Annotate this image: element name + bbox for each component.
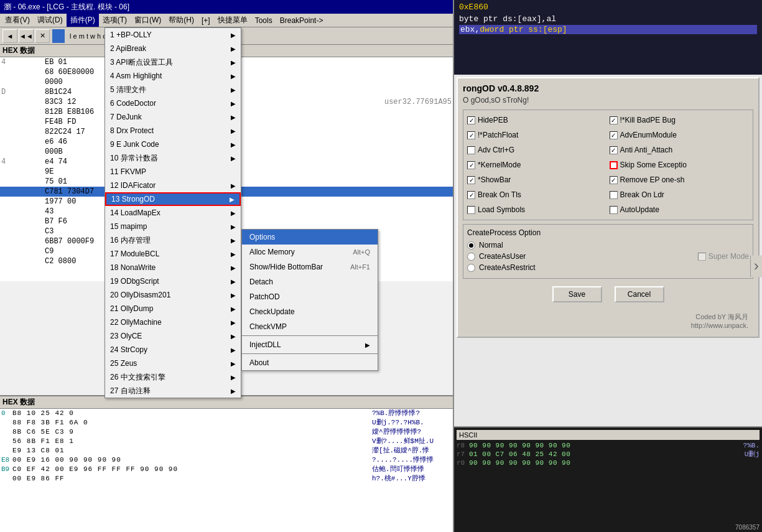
plugin-item-asm-highlight[interactable]: 4 Asm Highlight▶ (105, 69, 241, 83)
checkbox-kernelmode[interactable] (467, 161, 475, 169)
plugin-item-ollydump[interactable]: 21 OllyDump▶ (105, 302, 241, 315)
checkbox-load-symbols[interactable] (467, 206, 475, 214)
plugin-item-nonawrite[interactable]: 18 NonaWrite▶ (105, 261, 241, 274)
hex-row: E800 E9 16 00 90 90 90 90 ?....?....悸悸悸 (0, 455, 454, 465)
radio-create-user: CreateAsUser (467, 252, 526, 261)
menu-window[interactable]: 窗口(W) (131, 14, 165, 27)
plugin-item-ejunk[interactable]: 9 E Junk Code▶ (105, 138, 241, 151)
checkbox-break-tls[interactable] (467, 191, 475, 199)
menu-breakpoint[interactable]: BreakPoint-> (276, 15, 327, 26)
checkbox-advctrlg[interactable] (467, 146, 475, 154)
plugin-item-olyce[interactable]: 23 OlyCE▶ (105, 329, 241, 343)
plugin-item-mapimp[interactable]: 15 mapimp▶ (105, 220, 241, 233)
plugin-item-modulebcl[interactable]: 17 ModuleBCL▶ (105, 247, 241, 261)
checkbox-anti-attach[interactable] (610, 146, 618, 154)
br-row-1: r8 90 90 90 90 90 90 90 90 ?%B. (457, 441, 760, 450)
checkbox-showbar[interactable] (467, 176, 475, 184)
checkbox-auto-update[interactable] (610, 206, 618, 214)
option-break-ldr: Break On Ldr (610, 189, 750, 201)
plugin-item-fkvmp[interactable]: 11 FKVMP (105, 165, 241, 179)
hex-data-area: 0B8 10 25 42 0 ?%B.脝悸悸悸? 88 F8 3B F1 6A … (0, 409, 454, 532)
plugin-item-auto-comment[interactable]: 27 自动注释▶ (105, 384, 241, 398)
plugin-item-loadmap[interactable]: 14 LoadMapEx▶ (105, 206, 241, 220)
asm-addr: 0xE860 (459, 2, 488, 12)
bottom-hex-panel: HEX 数据 0B8 10 25 42 0 ?%B.脝悸悸悸? 88 F8 3B… (0, 395, 454, 532)
toolbar-btn-3[interactable]: ✕ (35, 29, 50, 43)
submenu-checkupdate[interactable]: CheckUpdate (242, 304, 378, 319)
submenu-detach[interactable]: Detach (242, 274, 378, 289)
plugin-item-memory[interactable]: 16 内存管理▶ (105, 233, 241, 247)
hex-panel-label: HEX 数据 (2, 45, 35, 56)
plugin-item-strongod[interactable]: 13 StrongOD▶ (105, 192, 241, 206)
cancel-button[interactable]: Cancel (615, 286, 664, 302)
right-panel: 0xE860 byte ptr ds:[eax],al ebx,dword pt… (454, 0, 762, 532)
option-anti-attach: Anti Anti_Attach (610, 144, 750, 156)
plugin-item-idaficator[interactable]: 12 IDAFicator▶ (105, 179, 241, 192)
option-remove-ep: Remove EP one-sh (610, 174, 750, 186)
submenu-about[interactable]: About (242, 355, 378, 370)
submenu-injectdll[interactable]: InjectDLL▶ (242, 337, 378, 352)
checkbox-hidepeb[interactable] (467, 116, 475, 124)
plugin-item-bp-olly[interactable]: 1 +BP-OLLY▶ (105, 28, 241, 42)
menu-shortcuts[interactable]: 快捷菜单 (214, 14, 251, 27)
submenu-alloc[interactable]: Alloc MemoryAlt+Q (242, 245, 378, 259)
plugin-item-strcopy[interactable]: 24 StrCopy▶ (105, 343, 241, 357)
menu-bar: 查看(V) 调试(D) 插件(P) 选项(T) 窗口(W) 帮助(H) [+] … (0, 14, 453, 27)
submenu-options[interactable]: Options (242, 230, 378, 245)
toolbar-highlight (52, 29, 65, 43)
radio-btn-create-user[interactable] (467, 253, 475, 261)
checkbox-break-ldr[interactable] (610, 191, 618, 199)
save-button[interactable]: Save (552, 286, 602, 302)
plugin-item-code-doctor[interactable]: 6 CodeDoctor▶ (105, 96, 241, 110)
toolbar-btn-2[interactable]: ◄◄ (19, 29, 34, 43)
menu-options[interactable]: 选项(T) (99, 14, 131, 27)
create-user-row: CreateAsUser Super Mode (467, 252, 749, 261)
menu-debug[interactable]: 调试(D) (34, 14, 67, 27)
checkbox-patchfloat[interactable] (467, 131, 475, 139)
toolbar-btn-1[interactable]: ◄ (2, 29, 17, 43)
radio-btn-normal[interactable] (467, 241, 475, 250)
plugin-item-apibreak[interactable]: 2 ApiBreak▶ (105, 42, 241, 55)
checkbox-remove-ep[interactable] (610, 176, 618, 184)
title-text: 瀏 - 06.exe - [LCG - 主线程. 模块 - 06] (4, 2, 129, 12)
create-process-label: CreateProcess Option (467, 228, 749, 237)
radio-btn-create-restrict[interactable] (467, 264, 475, 272)
plugin-item-chinese-search[interactable]: 26 中文搜索引擎▶ (105, 370, 241, 384)
submenu-checkvmp[interactable]: CheckVMP (242, 319, 378, 334)
asm-line1: byte ptr ds:[eax],al (459, 14, 556, 24)
hex-row: 00 E9 86 FF h?.桃#...Y脝悸 (0, 474, 454, 483)
menu-tools[interactable]: Tools (251, 15, 276, 26)
menu-plugins[interactable]: 插件(P) (67, 14, 99, 27)
radio-create-restrict: CreateAsRestrict (467, 263, 749, 272)
bottom-hex-header: HEX 数据 (0, 396, 454, 409)
plugin-item-odbg[interactable]: 19 ODbgScript▶ (105, 274, 241, 288)
plugin-item-ollymachine[interactable]: 22 OllyMachine▶ (105, 315, 241, 329)
menu-view[interactable]: 查看(V) (1, 14, 34, 27)
checkbox-advenum[interactable] (610, 131, 618, 139)
option-hidepeb: HidePEB (467, 114, 607, 126)
right-arrow[interactable]: › (750, 255, 762, 277)
plugin-item-dejunk[interactable]: 7 DeJunk▶ (105, 110, 241, 124)
menu-plus[interactable]: [+] (198, 15, 214, 26)
checkbox-super-mode[interactable] (698, 253, 706, 261)
plugin-item-exception[interactable]: 10 异常计数器▶ (105, 151, 241, 165)
dialog-footer: Coded bY 海风月 http://www.unpack. (463, 310, 753, 332)
option-showbar: *ShowBar (467, 174, 607, 186)
plugin-item-ollydisasm[interactable]: 20 OllyDisasm201▶ (105, 288, 241, 302)
plugin-item-zeus[interactable]: 25 Zeus▶ (105, 357, 241, 370)
submenu-show-hide[interactable]: Show/Hide BottomBarAlt+F1 (242, 259, 378, 274)
option-kernelmode: *KernelMode (467, 159, 607, 171)
plugin-dropdown: 1 +BP-OLLY▶ 2 ApiBreak▶ 3 API断点设置工具▶ 4 A… (105, 27, 241, 398)
checkbox-skip-exception[interactable] (610, 161, 618, 169)
hex-row: B9C0 EF 42 00 E9 96 FF FF FF 90 90 90估鲍.… (0, 465, 454, 474)
submenu-divider (242, 335, 378, 336)
checkbox-killbadpe[interactable] (610, 116, 618, 124)
plugin-item-drx[interactable]: 8 Drx Protect▶ (105, 124, 241, 138)
option-auto-update: AutoUpdate (610, 203, 750, 216)
plugin-item-api-set[interactable]: 3 API断点设置工具▶ (105, 55, 241, 69)
plugin-item-clear[interactable]: 5 清理文件▶ (105, 83, 241, 96)
menu-help[interactable]: 帮助(H) (165, 14, 198, 27)
option-advenum: AdvEnumModule (610, 129, 750, 141)
bottom-right-header: HSCII (457, 430, 760, 440)
submenu-patchod[interactable]: PatchOD (242, 289, 378, 304)
